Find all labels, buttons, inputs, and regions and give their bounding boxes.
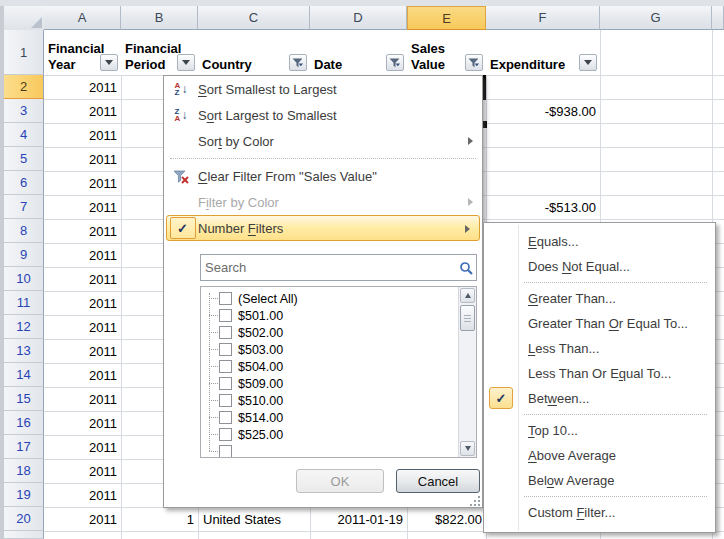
select-all-corner[interactable] xyxy=(4,6,45,31)
cell-E20[interactable]: $822.00 xyxy=(408,508,486,531)
cell-B20[interactable]: 1 xyxy=(122,508,198,531)
checkbox[interactable] xyxy=(219,360,232,373)
cell-F7[interactable]: -$513.00 xyxy=(487,196,600,219)
applied-filter-button-D[interactable] xyxy=(386,54,404,71)
cell-A17[interactable]: 2011 xyxy=(45,436,121,459)
cell-A7[interactable]: 2011 xyxy=(45,196,121,219)
row-header-17[interactable]: 17 xyxy=(4,435,44,459)
checkbox[interactable] xyxy=(219,428,232,441)
cell-F3[interactable]: -$938.00 xyxy=(487,100,600,123)
cell-A9[interactable]: 2011 xyxy=(45,244,121,267)
cell-A8[interactable]: 2011 xyxy=(45,220,121,243)
row-header-8[interactable]: 8 xyxy=(4,219,44,243)
ok-button[interactable]: OK xyxy=(296,469,384,493)
checkbox[interactable] xyxy=(219,292,232,305)
cell-A6[interactable]: 2011 xyxy=(45,172,121,195)
row-header-10[interactable]: 10 xyxy=(4,267,44,291)
submenu-item-greater-than-or-equal-to[interactable]: Greater Than Or Equal To... xyxy=(484,311,715,336)
checkbox[interactable] xyxy=(219,411,232,424)
submenu-item-between[interactable]: ✓Between... xyxy=(484,386,715,411)
column-header-G[interactable]: G xyxy=(600,6,712,30)
scrollbar-thumb[interactable] xyxy=(460,305,475,331)
menu-item-sort-by-color[interactable]: Sort by Color xyxy=(164,128,482,154)
scroll-down-button[interactable] xyxy=(460,441,475,456)
submenu-item-above-average[interactable]: Above Average xyxy=(484,443,715,468)
list-scrollbar[interactable] xyxy=(458,287,476,457)
filter-button-B[interactable] xyxy=(177,54,195,71)
cell-D20[interactable]: 2011-01-19 xyxy=(311,508,407,531)
row-header-15[interactable]: 15 xyxy=(4,387,44,411)
checkbox[interactable] xyxy=(219,377,232,390)
list-item[interactable]: $503.00 xyxy=(201,341,458,358)
cell-A16[interactable]: 2011 xyxy=(45,412,121,435)
list-item[interactable]: (Select All) xyxy=(201,290,458,307)
list-item[interactable]: $525.00 xyxy=(201,426,458,443)
applied-filter-button-E[interactable] xyxy=(465,54,483,71)
cell-A10[interactable]: 2011 xyxy=(45,268,121,291)
row-header-12[interactable]: 12 xyxy=(4,315,44,339)
cell-A3[interactable]: 2011 xyxy=(45,100,121,123)
cell-A14[interactable]: 2011 xyxy=(45,364,121,387)
cell-A11[interactable]: 2011 xyxy=(45,292,121,315)
cancel-button[interactable]: Cancel xyxy=(396,469,480,493)
column-header-F[interactable]: F xyxy=(486,6,600,30)
active-cell-fill-handle[interactable] xyxy=(483,121,487,128)
cell-A4[interactable]: 2011 xyxy=(45,124,121,147)
row-header-18[interactable]: 18 xyxy=(4,459,44,483)
row-header-6[interactable]: 6 xyxy=(4,171,44,195)
submenu-item-equals[interactable]: Equals... xyxy=(484,229,715,254)
column-header-B[interactable]: B xyxy=(121,6,198,30)
submenu-item-does-not-equal[interactable]: Does Not Equal... xyxy=(484,254,715,279)
row-header-7[interactable]: 7 xyxy=(4,195,44,219)
filter-button-F[interactable] xyxy=(579,54,597,71)
menu-item-clear-filter-from-sales-value[interactable]: Clear Filter From "Sales Value" xyxy=(164,163,482,189)
row-header-20[interactable]: 20 xyxy=(4,507,44,531)
menu-item-sort-smallest-to-largest[interactable]: AZ↓Sort Smallest to Largest xyxy=(164,76,482,102)
submenu-item-greater-than[interactable]: Greater Than... xyxy=(484,286,715,311)
list-item[interactable]: $509.00 xyxy=(201,375,458,392)
checkbox[interactable] xyxy=(219,394,232,407)
cell-A15[interactable]: 2011 xyxy=(45,388,121,411)
menu-item-sort-largest-to-smallest[interactable]: ZA↓Sort Largest to Smallest xyxy=(164,102,482,128)
submenu-item-less-than-or-equal-to[interactable]: Less Than Or Equal To... xyxy=(484,361,715,386)
menu-item-filter-by-color[interactable]: Filter by Color xyxy=(164,189,482,215)
cell-A19[interactable]: 2011 xyxy=(45,484,121,507)
checkbox[interactable] xyxy=(219,309,232,322)
column-header-A[interactable]: A xyxy=(44,6,121,30)
list-item[interactable]: $502.00 xyxy=(201,324,458,341)
scroll-up-button[interactable] xyxy=(460,288,475,303)
filter-button-A[interactable] xyxy=(100,54,118,71)
row-header-5[interactable]: 5 xyxy=(4,147,44,171)
cell-A13[interactable]: 2011 xyxy=(45,340,121,363)
row-header-1[interactable]: 1 xyxy=(4,30,44,75)
row-header-13[interactable]: 13 xyxy=(4,339,44,363)
search-icon[interactable] xyxy=(456,261,476,275)
column-header-C[interactable]: C xyxy=(198,6,310,30)
row-header-19[interactable]: 19 xyxy=(4,483,44,507)
list-item[interactable]: $510.00 xyxy=(201,392,458,409)
checkbox[interactable] xyxy=(219,445,232,458)
submenu-item-less-than[interactable]: Less Than... xyxy=(484,336,715,361)
cell-C20[interactable]: United States xyxy=(199,508,310,531)
row-header-16[interactable]: 16 xyxy=(4,411,44,435)
applied-filter-button-C[interactable] xyxy=(289,54,307,71)
list-item[interactable]: $514.00 xyxy=(201,409,458,426)
row-header-14[interactable]: 14 xyxy=(4,363,44,387)
menu-item-number-filters[interactable]: ✓Number Filters xyxy=(166,215,480,241)
row-header-3[interactable]: 3 xyxy=(4,99,44,123)
search-input[interactable] xyxy=(201,260,456,275)
resize-grip[interactable] xyxy=(467,497,480,506)
cell-A18[interactable]: 2011 xyxy=(45,460,121,483)
column-header-D[interactable]: D xyxy=(310,6,407,30)
row-header-9[interactable]: 9 xyxy=(4,243,44,267)
row-header-2[interactable]: 2 xyxy=(4,75,44,99)
list-item-partial[interactable] xyxy=(201,443,458,458)
column-header-E[interactable]: E xyxy=(407,6,486,30)
checkbox[interactable] xyxy=(219,343,232,356)
cell-A20[interactable]: 2011 xyxy=(45,508,121,531)
cell-A12[interactable]: 2011 xyxy=(45,316,121,339)
row-header-4[interactable]: 4 xyxy=(4,123,44,147)
list-item[interactable]: $504.00 xyxy=(201,358,458,375)
submenu-item-custom-filter[interactable]: Custom Filter... xyxy=(484,500,715,525)
cell-A2[interactable]: 2011 xyxy=(45,76,121,99)
